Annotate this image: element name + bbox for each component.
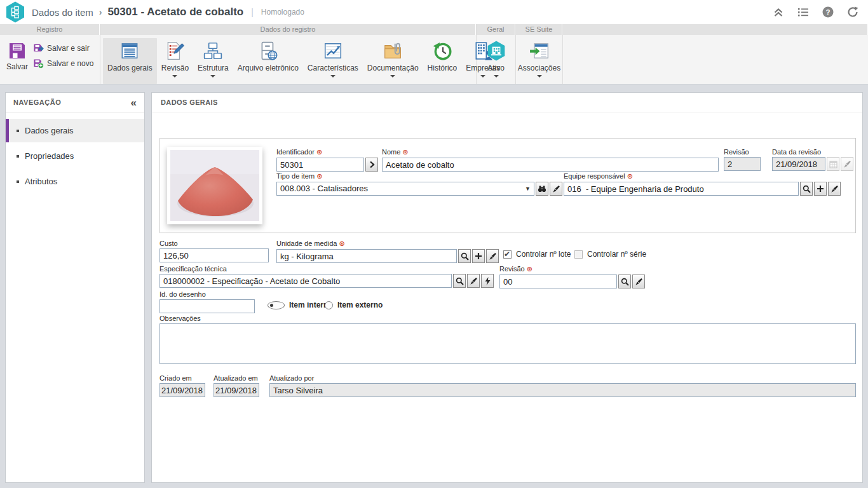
ribbon-button-revisao[interactable]: Revisão — [157, 38, 193, 84]
unidade-input[interactable] — [276, 249, 457, 263]
item-interno-radio[interactable]: Item interno — [268, 301, 333, 309]
ribbon-button-caracteristicas[interactable]: Características — [303, 38, 363, 84]
svg-text:?: ? — [825, 8, 830, 16]
general-data-icon — [119, 41, 140, 61]
main-area: NAVEGAÇÃO « Dados gerais Propriedades At… — [0, 85, 868, 488]
ribbon-group-geral: Geral Ativo — [477, 24, 516, 84]
add-button[interactable] — [472, 249, 485, 263]
field-label: Revisão — [499, 265, 525, 273]
binoculars-button[interactable] — [536, 182, 548, 196]
controlar-lote-checkbox[interactable]: Controlar nº lote — [503, 250, 571, 259]
clean-brush-icon — [843, 160, 851, 168]
save-exit-button[interactable]: Salvar e sair — [33, 43, 93, 53]
save-new-icon — [33, 58, 44, 69]
ribbon-button-ativo[interactable]: Ativo — [482, 38, 511, 84]
required-icon — [525, 265, 532, 273]
list-icon[interactable] — [797, 6, 810, 18]
ribbon-group-label: Geral — [477, 24, 515, 35]
controlar-serie-checkbox[interactable]: Controlar nº série — [574, 250, 646, 259]
next-button[interactable] — [365, 158, 378, 172]
ribbon-button-historico[interactable]: Histórico — [423, 38, 462, 84]
lightning-icon — [484, 277, 491, 285]
history-clock-icon — [432, 41, 452, 61]
ribbon-group-se-suite: SE Suite Associações — [516, 24, 563, 84]
equipe-field: Equipe responsável — [564, 172, 841, 196]
item-externo-radio[interactable]: Item externo — [325, 301, 383, 309]
identificador-input[interactable] — [276, 158, 364, 172]
custo-input[interactable] — [159, 248, 269, 262]
clean-brush-icon — [635, 278, 643, 286]
field-label: Data da revisão — [772, 148, 821, 156]
search-button[interactable] — [453, 274, 466, 288]
search-button[interactable] — [618, 274, 631, 288]
especificacao-field: Especificação técnica — [159, 265, 494, 288]
field-label: Nome — [382, 148, 400, 156]
id-desenho-input[interactable] — [159, 299, 255, 313]
ribbon-button-dados-gerais[interactable]: Dados gerais — [103, 38, 157, 84]
search-button[interactable] — [800, 182, 813, 196]
clean-brush-icon — [552, 185, 560, 193]
field-label: Revisão — [724, 148, 749, 156]
search-icon — [456, 277, 464, 285]
identificador-field: Identificador — [276, 148, 378, 172]
field-label: Observações — [159, 315, 201, 322]
required-icon — [337, 240, 344, 247]
ribbon-toolbar: Registro Salvar — [0, 24, 868, 85]
chevron-down-icon — [210, 75, 215, 78]
select-value: 008.003 - Catalisadores — [280, 184, 368, 193]
title-divider: | — [251, 7, 254, 17]
ribbon-button-documentacao[interactable]: Documentação — [363, 38, 423, 84]
radio-selected-icon — [268, 301, 285, 309]
search-button[interactable] — [458, 249, 471, 263]
chevron-down-icon — [537, 75, 542, 78]
clean-button[interactable] — [486, 249, 499, 263]
atualizado-em-input — [214, 383, 259, 397]
atualizado-em-field: Atualizado em — [214, 374, 259, 397]
ribbon-button-arquivo-eletronico[interactable]: Arquivo eletrônico — [233, 38, 303, 84]
nome-input[interactable] — [382, 158, 719, 172]
binoculars-icon — [538, 185, 546, 193]
clean-button[interactable] — [632, 274, 645, 288]
header-actions: ? — [772, 6, 859, 18]
page-title: 50301 - Acetato de cobalto — [107, 6, 243, 18]
revisao-espec-input[interactable] — [499, 274, 617, 288]
chevron-down-icon: ▼ — [525, 186, 531, 192]
refresh-icon[interactable] — [846, 6, 859, 18]
tipo-item-select[interactable]: 008.003 - Catalisadores ▼ — [276, 182, 534, 196]
clean-brush-icon — [470, 277, 478, 285]
help-icon[interactable]: ? — [822, 6, 834, 18]
ribbon-button-associacoes[interactable]: Associações — [513, 38, 565, 84]
clean-button — [841, 157, 853, 171]
collapse-panel-icon[interactable]: « — [131, 97, 137, 108]
especificacao-input[interactable] — [159, 274, 452, 288]
id-desenho-field: Id. do desenho — [159, 290, 255, 313]
equipe-input[interactable] — [564, 182, 799, 196]
required-icon — [315, 148, 322, 156]
clean-button[interactable] — [467, 274, 480, 288]
lightning-button[interactable] — [481, 274, 494, 288]
electronic-file-icon — [258, 41, 278, 61]
clean-button[interactable] — [828, 182, 841, 196]
save-new-button[interactable]: Salvar e novo — [33, 58, 93, 69]
criado-em-field: Criado em — [159, 374, 205, 397]
collapse-icon[interactable] — [772, 6, 785, 18]
sidebar-item-dados-gerais[interactable]: Dados gerais — [6, 119, 144, 142]
add-button[interactable] — [814, 182, 827, 196]
observacoes-textarea[interactable] — [159, 323, 856, 364]
search-icon — [461, 252, 469, 261]
revision-icon — [165, 41, 185, 61]
save-exit-icon — [33, 43, 44, 53]
navigation-title: NAVEGAÇÃO — [13, 98, 61, 106]
associations-icon — [529, 41, 550, 61]
clean-button[interactable] — [550, 182, 562, 196]
nome-field: Nome — [382, 148, 719, 172]
ribbon-button-estrutura[interactable]: Estrutura — [193, 38, 233, 84]
breadcrumb[interactable]: Dados do item — [32, 7, 93, 18]
plus-icon — [817, 185, 824, 193]
ribbon-group-label: Dados do registro — [100, 24, 476, 35]
chevron-right-icon — [369, 161, 376, 168]
sidebar-item-propriedades[interactable]: Propriedades — [6, 144, 144, 168]
sidebar-item-atributos[interactable]: Atributos — [6, 170, 144, 193]
atualizado-por-input — [269, 383, 856, 397]
save-button[interactable]: Salvar — [6, 41, 28, 71]
